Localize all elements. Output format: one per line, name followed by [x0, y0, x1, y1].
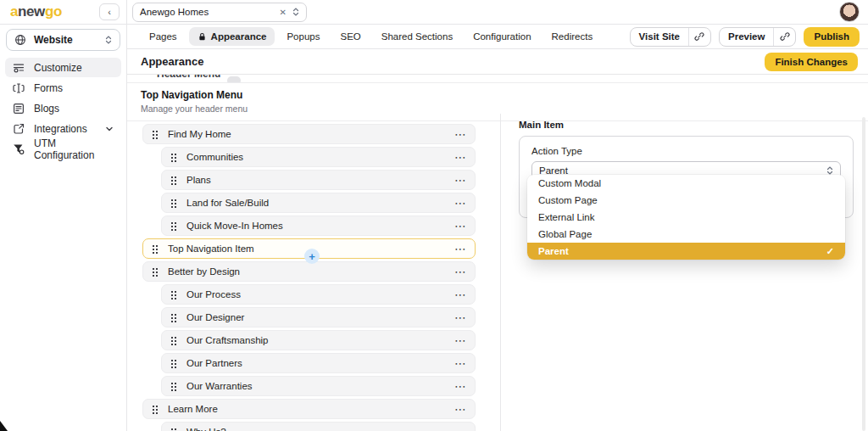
section-header: Top Navigation Menu Manage your header m… [127, 83, 868, 120]
section-title: Top Navigation Menu [141, 89, 854, 101]
menu-item-label: Plans [186, 175, 211, 185]
drag-handle-icon[interactable] [152, 243, 159, 254]
menu-item-row[interactable]: Our Process ⋯ [161, 284, 476, 305]
anewgo-logo: anewgo [10, 3, 62, 20]
plus-icon: + [309, 250, 315, 263]
check-icon: ✓ [826, 246, 834, 257]
site-selector[interactable]: Anewgo Homes ✕ [132, 3, 307, 22]
tab-appearance[interactable]: Appearance [189, 27, 275, 46]
tab-redirects[interactable]: Redirects [543, 27, 602, 46]
item-menu-button[interactable]: ⋯ [454, 153, 466, 161]
drag-handle-icon[interactable] [170, 335, 177, 345]
dropdown-option-external-link[interactable]: External Link [527, 209, 845, 226]
visit-site-link-button[interactable] [689, 28, 710, 46]
clear-icon[interactable]: ✕ [280, 8, 287, 17]
drag-handle-icon[interactable] [152, 404, 159, 414]
option-label: Custom Page [538, 195, 598, 205]
dropdown-option-parent[interactable]: Parent ✓ [527, 243, 845, 260]
item-menu-button[interactable]: ⋯ [454, 267, 466, 276]
tab-label: Configuration [473, 31, 531, 42]
item-menu-button[interactable]: ⋯ [454, 382, 466, 390]
drag-handle-icon[interactable] [170, 221, 177, 231]
drag-handle-icon[interactable] [170, 289, 177, 299]
preview-label[interactable]: Preview [720, 28, 774, 46]
tab-shared-sections[interactable]: Shared Sections [373, 27, 461, 46]
item-menu-button[interactable]: ⋯ [454, 359, 466, 367]
item-menu-button[interactable]: ⋯ [454, 313, 466, 322]
item-menu-button[interactable]: ⋯ [454, 290, 466, 299]
visit-site-label[interactable]: Visit Site [631, 28, 689, 46]
drag-handle-icon[interactable] [170, 312, 177, 322]
sidebar-collapse-button[interactable]: ‹ [99, 3, 120, 20]
option-label: Parent [538, 246, 569, 256]
sidebar-item-label: Integrations [34, 123, 87, 135]
menu-item-row[interactable]: Land for Sale/Build ⋯ [161, 193, 476, 213]
dropdown-option-custom-page[interactable]: Custom Page [527, 192, 845, 209]
publish-button[interactable]: Publish [804, 27, 860, 47]
drag-handle-icon[interactable] [152, 266, 159, 277]
item-menu-button[interactable]: ⋯ [454, 336, 466, 344]
drag-handle-icon[interactable] [152, 129, 159, 139]
item-menu-button[interactable]: ⋯ [454, 199, 466, 207]
customize-icon [13, 62, 25, 74]
menu-item-label: Our Process [186, 289, 241, 299]
item-menu-button[interactable]: ⋯ [454, 176, 466, 184]
visit-site-button: Visit Site [630, 27, 711, 47]
menu-item-row[interactable]: Plans ⋯ [161, 170, 476, 190]
item-menu-button[interactable]: ⋯ [454, 428, 466, 431]
menu-item-row[interactable]: Learn More ⋯ [142, 399, 476, 419]
drag-handle-icon[interactable] [170, 358, 177, 368]
sidebar: anewgo ‹ Website Customize [0, 0, 127, 431]
dropdown-option-global-page[interactable]: Global Page [527, 226, 845, 243]
content-area: Header Menu Top Navigation Menu Manage y… [127, 75, 868, 431]
tab-popups[interactable]: Popups [278, 27, 328, 46]
menu-item-row[interactable]: Communities ⋯ [161, 147, 476, 167]
menu-item-row[interactable]: Our Designer ⋯ [161, 307, 476, 327]
sidebar-item-integrations[interactable]: Integrations [5, 119, 121, 138]
integrations-icon [13, 123, 25, 135]
drag-handle-icon[interactable] [170, 427, 177, 431]
item-menu-button[interactable]: ⋯ [454, 244, 466, 253]
item-menu-button[interactable]: ⋯ [454, 221, 466, 230]
menu-item-label: Quick Move-In Homes [186, 221, 283, 231]
menu-item-row[interactable]: Better by Design ⋯ [142, 261, 476, 282]
chevron-left-icon: ‹ [108, 7, 111, 17]
item-menu-button[interactable]: ⋯ [454, 405, 466, 413]
website-select-label: Website [34, 34, 73, 46]
section-subtitle: Manage your header menu [141, 104, 854, 114]
finish-changes-button[interactable]: Finish Changes [765, 53, 858, 71]
sidebar-item-utm-configuration[interactable]: UTM Configuration [5, 139, 121, 159]
menu-item-row[interactable]: Find My Home ⋯ [142, 124, 476, 144]
sidebar-item-label: Forms [34, 82, 63, 94]
user-avatar[interactable] [839, 2, 860, 22]
preview-link-button[interactable] [774, 28, 795, 46]
menu-item-label: Communities [186, 152, 243, 162]
menu-item-row[interactable]: Our Craftsmanship ⋯ [161, 330, 476, 350]
vertical-scrollbar[interactable] [862, 117, 865, 431]
menu-item-row[interactable]: Our Partners ⋯ [161, 353, 476, 373]
clipped-section-title: Header Menu [157, 75, 220, 80]
item-menu-button[interactable]: ⋯ [454, 130, 466, 138]
tab-seo[interactable]: SEO [331, 27, 369, 46]
drag-handle-icon[interactable] [170, 198, 177, 208]
nav-menu-list: Find My Home ⋯ Communities ⋯ Plans ⋯ Lan… [142, 124, 476, 431]
drag-handle-icon[interactable] [170, 381, 177, 391]
add-item-button[interactable]: + [304, 249, 320, 264]
sidebar-item-customize[interactable]: Customize [5, 58, 121, 77]
tab-bar: Pages Appearance Popups SEO Shared Secti… [127, 25, 868, 49]
menu-item-row[interactable]: Why Us? ⋯ [161, 422, 476, 431]
option-label: Global Page [538, 229, 592, 239]
sidebar-item-forms[interactable]: Forms [5, 78, 121, 98]
drag-handle-icon[interactable] [170, 152, 177, 162]
drag-handle-icon[interactable] [170, 175, 177, 185]
tab-pages[interactable]: Pages [141, 27, 186, 46]
dropdown-option-custom-modal[interactable]: Custom Modal [527, 175, 845, 192]
menu-item-label: Our Warranties [186, 381, 253, 391]
menu-item-row[interactable]: Our Warranties ⋯ [161, 376, 476, 396]
action-type-dropdown: Custom Modal Custom Page External Link G… [527, 175, 845, 260]
menu-item-row[interactable]: Quick Move-In Homes ⋯ [161, 216, 476, 236]
website-select[interactable]: Website [6, 29, 120, 51]
tab-configuration[interactable]: Configuration [465, 27, 539, 46]
sidebar-item-blogs[interactable]: Blogs [5, 98, 121, 118]
select-stepper-icon [292, 7, 299, 17]
